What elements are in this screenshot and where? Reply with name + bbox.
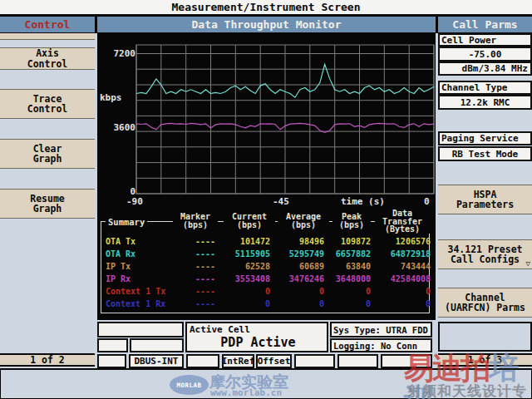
status-box-empty bbox=[438, 322, 532, 352]
paging-service-value[interactable]: RB Test Mode bbox=[438, 146, 532, 161]
bottom-divider bbox=[0, 368, 532, 370]
softkey-strip bbox=[0, 33, 95, 40]
right-page-indicator: 1 of 3 bbox=[438, 353, 532, 367]
marker-value: ---- bbox=[165, 237, 215, 247]
current-value: 101472 bbox=[217, 237, 270, 247]
average-value: 3476246 bbox=[273, 274, 324, 284]
x-tick-neg45: -45 bbox=[273, 197, 289, 207]
col-header-current: Current (bps) bbox=[224, 213, 275, 229]
hspa-parameters-button[interactable]: HSPA Parameters bbox=[438, 185, 532, 214]
paging-service-label: Paging Service bbox=[438, 131, 532, 145]
call-status-box: Active Cell PDP Active bbox=[185, 322, 328, 352]
x-axis-label: time (s) bbox=[341, 197, 385, 207]
x-tick-0: 0 bbox=[424, 197, 430, 207]
status-box-empty bbox=[97, 338, 128, 352]
col-header-marker: Marker (bps) bbox=[173, 213, 218, 229]
current-value: 0 bbox=[217, 287, 270, 297]
current-value: 5115905 bbox=[217, 249, 270, 259]
peak-value: 0 bbox=[321, 287, 371, 297]
left-page-indicator: 1 of 2 bbox=[0, 353, 95, 367]
status-area: Active Cell PDP Active Sys Type: UTRA FD… bbox=[97, 320, 436, 368]
data-transfer-value: 42584008 bbox=[372, 274, 431, 284]
morlab-name-watermark: 摩尔实验室 bbox=[209, 372, 288, 393]
y-axis-unit: kbps bbox=[100, 93, 131, 103]
call-parms-header: Call Parms bbox=[438, 17, 532, 32]
status-box-empty bbox=[381, 354, 432, 368]
data-transfer-value: 64872918 bbox=[372, 249, 431, 259]
graph-title: Data Throughput Monitor bbox=[97, 17, 436, 32]
channel-type-label: Channel Type bbox=[438, 81, 532, 95]
dbus-indicator: DBUS-INT bbox=[129, 354, 184, 368]
throughput-plot bbox=[97, 33, 436, 212]
current-value: 0 bbox=[217, 299, 270, 309]
col-header-peak: Peak (bps) bbox=[332, 213, 371, 229]
yidian-subtitle-watermark: 射频和天线设计专家 bbox=[407, 382, 532, 399]
intref-indicator: IntRef bbox=[222, 354, 254, 368]
pdp-status: PDP Active bbox=[190, 335, 327, 350]
clear-graph-button[interactable]: Clear Graph bbox=[0, 139, 95, 169]
current-value: 62528 bbox=[217, 262, 270, 272]
average-value: 0 bbox=[273, 287, 324, 297]
status-box-empty bbox=[186, 354, 219, 368]
screen-title: Measurement/Instrument Screen bbox=[0, 0, 532, 14]
morlab-logo: MORLAB bbox=[170, 375, 209, 395]
summary-row-0: OTA Tx ---- 101472 98496 109872 1206576 bbox=[101, 237, 429, 247]
more-options-icon: ▽ bbox=[526, 259, 530, 269]
marker-value: ---- bbox=[165, 287, 215, 297]
average-value: 0 bbox=[273, 299, 324, 309]
active-cell-label: Active Cell bbox=[190, 324, 250, 335]
summary-row-1: OTA Rx ---- 5115905 5295749 6657882 6487… bbox=[101, 249, 429, 259]
data-transfer-value: 0 bbox=[372, 299, 431, 309]
marker-value: ---- bbox=[165, 249, 215, 259]
summary-row-4: Context 1 Tx ---- 0 0 0 0 bbox=[101, 287, 429, 297]
cell-power-label: Cell Power bbox=[438, 33, 532, 47]
sys-type-box: Sys Type: UTRA FDD bbox=[330, 322, 432, 337]
status-box-empty bbox=[97, 354, 126, 368]
average-value: 98496 bbox=[273, 237, 324, 247]
status-box-empty bbox=[97, 322, 184, 337]
peak-value: 6657882 bbox=[321, 249, 371, 259]
current-value: 3553408 bbox=[217, 274, 270, 284]
status-box-empty bbox=[294, 354, 335, 368]
preset-call-configs-label: 34.121 Preset Call Configs bbox=[447, 244, 522, 265]
col-header-data-transfer: Data Transfer (Bytes) bbox=[375, 209, 430, 234]
y-tick-3600: 3600 bbox=[104, 123, 135, 133]
marker-value: ---- bbox=[165, 262, 215, 272]
data-transfer-value: 1206576 bbox=[372, 237, 431, 247]
data-transfer-value: 0 bbox=[372, 287, 431, 297]
peak-value: 3648000 bbox=[321, 274, 371, 284]
cell-power-unit: dBm/3.84 MHz bbox=[438, 62, 532, 76]
col-header-average: Average (bps) bbox=[278, 213, 329, 229]
preset-call-configs-button[interactable]: 34.121 Preset Call Configs ▽ bbox=[438, 239, 532, 269]
peak-value: 109872 bbox=[321, 237, 371, 247]
cell-power-value[interactable]: -75.00 bbox=[438, 47, 532, 62]
summary-row-2: IP Tx ---- 62528 60689 63840 743444 bbox=[101, 262, 429, 272]
peak-value: 0 bbox=[321, 299, 371, 309]
summary-legend: Summary bbox=[106, 217, 147, 227]
channel-type-value[interactable]: 12.2k RMC bbox=[438, 95, 532, 110]
average-value: 60689 bbox=[273, 262, 324, 272]
peak-value: 63840 bbox=[321, 262, 371, 272]
summary-row-3: IP Rx ---- 3553408 3476246 3648000 42584… bbox=[101, 274, 429, 284]
y-tick-7200: 7200 bbox=[104, 49, 135, 59]
resume-graph-button[interactable]: Resume Graph bbox=[0, 189, 95, 219]
marker-value: ---- bbox=[165, 274, 215, 284]
offset-indicator: Offset bbox=[256, 354, 292, 368]
logging-status-box: Logging: No Conn bbox=[330, 338, 432, 352]
throughput-monitor-area: 7200 kbps 3600 0 -90 -45 time (s) 0 Summ… bbox=[97, 33, 436, 320]
average-value: 5295749 bbox=[273, 249, 324, 259]
channel-uarfcn-parms-button[interactable]: Channel (UARFCN) Parms bbox=[438, 288, 532, 318]
status-box-empty bbox=[337, 354, 378, 368]
control-panel-header: Control bbox=[0, 17, 95, 32]
morlab-url-watermark: www.morlab.cn bbox=[210, 387, 282, 398]
left-softkey-panel: Axis Control Trace Control Clear Graph R… bbox=[0, 33, 95, 368]
marker-value: ---- bbox=[165, 299, 215, 309]
call-parms-panel: Cell Power -75.00 dBm/3.84 MHz Channel T… bbox=[438, 33, 532, 368]
status-box-empty bbox=[130, 338, 184, 352]
instrument-screen: Measurement/Instrument Screen Control Da… bbox=[0, 0, 532, 399]
x-tick-neg90: -90 bbox=[126, 197, 143, 207]
data-transfer-value: 743444 bbox=[372, 262, 431, 272]
trace-control-button[interactable]: Trace Control bbox=[0, 89, 95, 119]
axis-control-button[interactable]: Axis Control bbox=[0, 47, 95, 70]
header-band: Control Data Throughput Monitor Call Par… bbox=[0, 14, 532, 33]
